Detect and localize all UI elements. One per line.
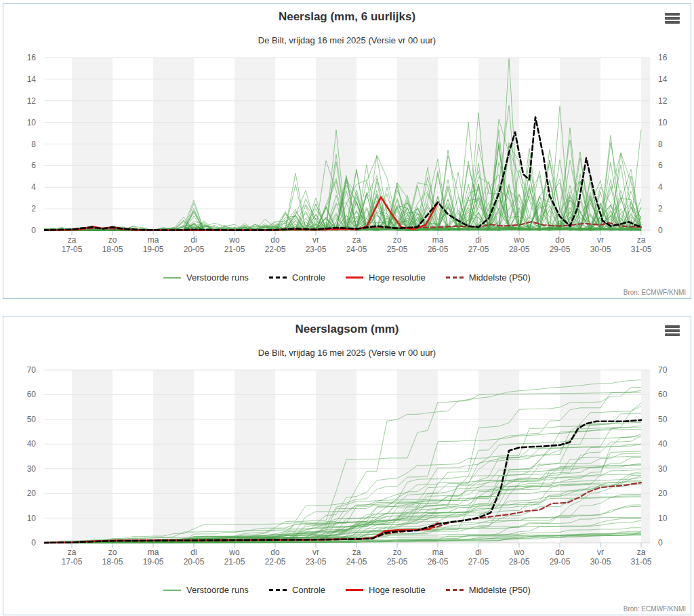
svg-text:24-05: 24-05: [346, 245, 367, 254]
chart-subtitle: De Bilt, vrijdag 16 mei 2025 (Versie vr …: [3, 35, 691, 45]
svg-text:70: 70: [658, 365, 668, 375]
svg-text:28-05: 28-05: [509, 245, 530, 254]
hamburger-menu-icon: [665, 325, 681, 336]
svg-text:10: 10: [27, 514, 37, 523]
svg-text:10: 10: [658, 118, 668, 127]
svg-text:ma: ma: [148, 235, 159, 245]
legend-item-verstoorde-runs[interactable]: Verstoorde runs: [163, 585, 249, 595]
svg-text:18-05: 18-05: [102, 557, 123, 567]
chart-title: Neerslagsom (mm): [3, 323, 691, 336]
svg-text:26-05: 26-05: [428, 557, 449, 567]
svg-text:ma: ma: [432, 548, 444, 557]
svg-text:zo: zo: [108, 548, 117, 557]
legend-item-hoge-resolutie[interactable]: Hoge resolutie: [346, 272, 426, 283]
p50-line-sample-icon: [446, 589, 464, 591]
svg-text:17-05: 17-05: [62, 557, 83, 567]
svg-text:8: 8: [31, 140, 36, 149]
svg-text:60: 60: [658, 390, 668, 399]
svg-text:vr: vr: [597, 548, 604, 557]
legend: Verstoorde runs Controle Hoge resolutie …: [3, 272, 691, 283]
chart-subtitle: De Bilt, vrijdag 16 mei 2025 (Versie vr …: [3, 348, 691, 358]
legend-label: Verstoorde runs: [186, 585, 249, 595]
chart-title: Neerslag (mm, 6 uurlijks): [3, 10, 691, 24]
svg-text:za: za: [637, 235, 646, 245]
chart-menu-button[interactable]: [665, 325, 681, 339]
svg-text:20-05: 20-05: [184, 557, 205, 567]
svg-text:25-05: 25-05: [387, 557, 408, 567]
svg-text:28-05: 28-05: [509, 557, 530, 567]
svg-text:di: di: [190, 235, 197, 245]
svg-text:di: di: [475, 548, 481, 557]
svg-text:vr: vr: [597, 235, 604, 245]
svg-text:26-05: 26-05: [428, 245, 449, 254]
svg-text:19-05: 19-05: [143, 557, 164, 567]
source-attribution: Bron: ECMWF/KNMI: [624, 605, 686, 613]
svg-text:70: 70: [27, 365, 37, 375]
svg-text:6: 6: [31, 161, 36, 170]
svg-text:17-05: 17-05: [62, 245, 83, 254]
svg-text:12: 12: [658, 96, 668, 106]
svg-text:25-05: 25-05: [387, 245, 408, 254]
svg-text:27-05: 27-05: [468, 245, 489, 254]
x-axis-labels: za17-05zo18-05ma19-05di20-05wo21-05do22-…: [62, 235, 652, 254]
x-axis-labels: za17-05zo18-05ma19-05di20-05wo21-05do22-…: [62, 548, 652, 567]
legend-item-middelste-p50[interactable]: Middelste (P50): [446, 272, 531, 283]
svg-text:za: za: [637, 548, 646, 557]
svg-text:40: 40: [658, 439, 668, 449]
svg-text:20-05: 20-05: [184, 245, 205, 254]
legend-label: Verstoorde runs: [186, 272, 249, 283]
legend-item-controle[interactable]: Controle: [269, 585, 325, 595]
controle-line-sample-icon: [269, 276, 287, 279]
svg-text:30: 30: [27, 464, 37, 474]
svg-text:12: 12: [27, 96, 37, 106]
svg-text:4: 4: [658, 182, 663, 192]
svg-text:14: 14: [658, 75, 668, 84]
svg-text:31-05: 31-05: [631, 557, 652, 567]
svg-text:di: di: [475, 235, 481, 245]
svg-text:0: 0: [658, 226, 663, 235]
svg-text:za: za: [68, 235, 77, 245]
svg-text:zo: zo: [393, 548, 402, 557]
svg-text:14: 14: [27, 75, 37, 84]
svg-text:30-05: 30-05: [590, 245, 611, 254]
svg-text:za: za: [352, 235, 361, 245]
svg-text:50: 50: [27, 415, 37, 424]
svg-text:40: 40: [27, 439, 37, 449]
legend-label: Controle: [292, 585, 325, 595]
svg-text:wo: wo: [513, 548, 525, 557]
svg-text:0: 0: [658, 538, 663, 548]
legend-item-hoge-resolutie[interactable]: Hoge resolutie: [346, 585, 426, 595]
svg-text:19-05: 19-05: [143, 245, 164, 254]
legend-item-controle[interactable]: Controle: [269, 272, 325, 283]
svg-text:wo: wo: [513, 235, 525, 245]
svg-text:10: 10: [27, 118, 37, 127]
svg-text:do: do: [555, 235, 565, 245]
legend-label: Controle: [292, 272, 325, 283]
ensemble-line-sample-icon: [163, 277, 181, 279]
svg-text:di: di: [190, 548, 197, 557]
svg-text:zo: zo: [393, 235, 402, 245]
svg-text:30: 30: [658, 464, 668, 474]
svg-text:23-05: 23-05: [306, 245, 327, 254]
legend-item-verstoorde-runs[interactable]: Verstoorde runs: [163, 272, 249, 283]
svg-text:zo: zo: [108, 235, 117, 245]
hamburger-menu-icon: [665, 13, 681, 24]
svg-text:29-05: 29-05: [550, 557, 571, 567]
svg-text:22-05: 22-05: [265, 245, 286, 254]
svg-text:wo: wo: [228, 548, 240, 557]
svg-text:do: do: [555, 548, 565, 557]
precip-6h-chart-panel: za17-05zo18-05ma19-05di20-05wo21-05do22-…: [3, 3, 691, 299]
hires-line-sample-icon: [346, 276, 363, 279]
p50-line-sample-icon: [446, 276, 464, 279]
svg-text:ma: ma: [148, 548, 159, 557]
svg-text:20: 20: [658, 489, 668, 498]
legend-item-middelste-p50[interactable]: Middelste (P50): [446, 585, 531, 595]
controle-line-sample-icon: [269, 589, 287, 591]
svg-text:6: 6: [658, 161, 663, 170]
chart-menu-button[interactable]: [665, 13, 681, 26]
legend: Verstoorde runs Controle Hoge resolutie …: [3, 585, 691, 595]
svg-text:wo: wo: [228, 235, 240, 245]
svg-text:16: 16: [27, 53, 37, 62]
svg-text:vr: vr: [312, 235, 319, 245]
svg-text:0: 0: [31, 538, 36, 548]
